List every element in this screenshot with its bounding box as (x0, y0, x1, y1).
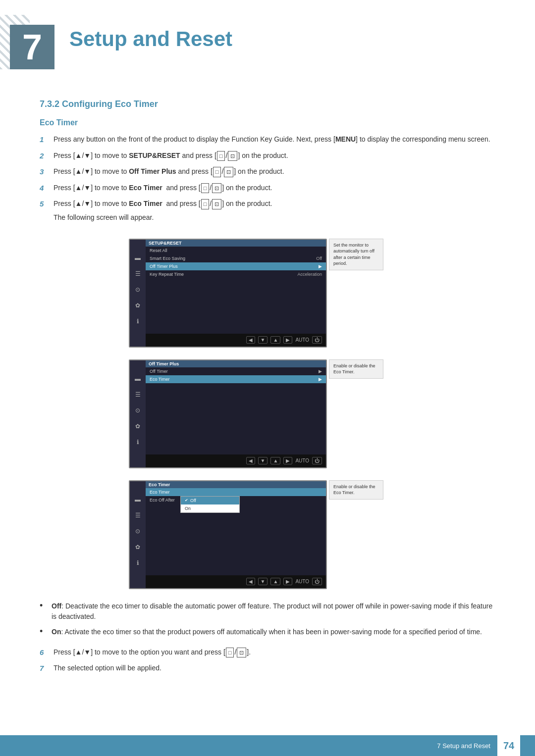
step-4-content: Press [▲/▼] to move to Eco Timer and pre… (54, 183, 495, 194)
btn-left: ◀ (246, 336, 255, 344)
section-heading: 7.3.2 Configuring Eco Timer (40, 99, 495, 109)
bullet-item-on: • On: Activate the eco timer so that the… (40, 627, 495, 637)
step-num-2: 2 (40, 151, 54, 162)
dropdown-item-off: ✔ Off (181, 497, 239, 504)
screen-3-item-1: Eco Timer (146, 488, 326, 496)
sidebar-icon-2-1: ▬ (135, 375, 141, 382)
btn-up: ▲ (270, 336, 280, 344)
s2-btn-power: ⏻ (312, 457, 322, 464)
screen-1-item-2: Smart Eco Saving Off (146, 254, 326, 262)
final-step-num-6: 6 (40, 647, 54, 658)
page-footer: 7 Setup and Reset 74 (0, 735, 535, 756)
key-icon-square-4: □ (201, 183, 210, 194)
s3-btn-auto: AUTO (295, 579, 309, 584)
screen-1-bottom: ◀ ▼ ▲ ▶ AUTO ⏻ (146, 334, 326, 347)
screen-3-tooltip: Enable or disable the Eco Timer. (329, 480, 383, 500)
s2-btn-up: ▲ (270, 457, 280, 464)
bullet-list: • Off: Deactivate the eco timer to disab… (40, 601, 495, 637)
screen-3-content: Eco Timer Eco Timer Eco Off After ✔ Off (146, 481, 326, 575)
step-2-content: Press [▲/▼] to move to SETUP&RESET and p… (54, 151, 495, 161)
step-1-content: Press any button on the front of the pro… (54, 134, 495, 145)
screens-container: ▬ ☰ ⊙ ✿ ℹ SETUP&RESET Reset All Smart Ec… (40, 239, 495, 589)
chapter-number: 7 (10, 25, 54, 69)
sidebar-icon-5: ℹ (137, 318, 139, 325)
step-num-3: 3 (40, 166, 54, 178)
screen-2-item-2: Eco Timer ▶ (146, 375, 326, 383)
step-num-1: 1 (40, 134, 54, 146)
s3-btn-down: ▼ (258, 578, 268, 585)
screen-1-item-4: Key Repeat Time Acceleration (146, 270, 326, 278)
screen-3-bottom: ◀ ▼ ▲ ▶ AUTO ⏻ (146, 575, 326, 588)
screen-3-wrapper: ▬ ☰ ⊙ ✿ ℹ Eco Timer Eco Timer Eco Off Af… (129, 480, 406, 589)
chapter-title: Setup and Reset (69, 15, 232, 51)
screen-2-content: Off Timer Plus Off Timer ▶ Eco Timer ▶ (146, 360, 326, 454)
screen-1: ▬ ☰ ⊙ ✿ ℹ SETUP&RESET Reset All Smart Ec… (129, 239, 327, 348)
screen-2: ▬ ☰ ⊙ ✿ ℹ Off Timer Plus Off Timer ▶ Eco… (129, 359, 327, 468)
steps-list: 1 Press any button on the front of the p… (40, 134, 495, 231)
key-icon-square: □ (217, 151, 225, 161)
final-step-7-content: The selected option will be applied. (54, 663, 495, 673)
s2-btn-down: ▼ (258, 457, 268, 464)
dropdown-item-on: On (181, 504, 239, 512)
sidebar-icon-3-3: ⊙ (135, 528, 140, 535)
btn-auto: AUTO (295, 337, 309, 343)
s3-btn-power: ⏻ (312, 578, 322, 585)
step-2: 2 Press [▲/▼] to move to SETUP&RESET and… (40, 151, 495, 162)
screen-1-sidebar: ▬ ☰ ⊙ ✿ ℹ (130, 240, 146, 347)
chapter-number-box: 7 (0, 15, 54, 69)
s2-btn-auto: AUTO (295, 458, 309, 463)
key-icon-enter: ⊡ (228, 151, 237, 161)
sidebar-icon-3-2: ☰ (135, 512, 141, 519)
step-5: 5 Press [▲/▼] to move to Eco Timer and p… (40, 199, 495, 231)
key-icon-en-6: ⊡ (237, 648, 246, 658)
s3-btn-right: ▶ (283, 578, 292, 585)
s3-btn-up: ▲ (270, 578, 280, 585)
screen-1-title: SETUP&RESET (146, 240, 326, 247)
step-4: 4 Press [▲/▼] to move to Eco Timer and p… (40, 183, 495, 194)
sub-heading: Eco Timer (40, 118, 495, 127)
sidebar-icon-3-4: ✿ (135, 544, 140, 551)
section-title: Configuring Eco Timer (62, 99, 158, 109)
btn-down: ▼ (258, 336, 268, 344)
bullet-item-off: • Off: Deactivate the eco timer to disab… (40, 601, 495, 622)
screen-2-sidebar: ▬ ☰ ⊙ ✿ ℹ (130, 360, 146, 467)
screen-1-item-3: Off Timer Plus ▶ (146, 262, 326, 270)
sidebar-icon-2-5: ℹ (137, 439, 139, 446)
bullet-content-off: Off: Deactivate the eco timer to disable… (52, 601, 495, 622)
sidebar-icon-3: ⊙ (135, 286, 140, 293)
sidebar-icon-1: ▬ (135, 254, 141, 261)
screen-1-content: SETUP&RESET Reset All Smart Eco Saving O… (146, 240, 326, 334)
section-number: 7.3.2 (40, 99, 59, 109)
key-icon-sq-6: □ (226, 648, 234, 658)
key-icon-square-3: □ (213, 167, 221, 177)
key-icon-enter-4: ⊡ (212, 183, 221, 194)
btn-power: ⏻ (312, 336, 322, 344)
bullet-content-on: On: Activate the eco timer so that the p… (52, 627, 495, 637)
key-icon-enter-3: ⊡ (224, 167, 233, 177)
step-num-4: 4 (40, 183, 54, 194)
screen-2-wrapper: ▬ ☰ ⊙ ✿ ℹ Off Timer Plus Off Timer ▶ Eco… (129, 359, 406, 468)
final-step-6: 6 Press [▲/▼] to move to the option you … (40, 647, 495, 658)
screen-3: ▬ ☰ ⊙ ✿ ℹ Eco Timer Eco Timer Eco Off Af… (129, 480, 327, 589)
s2-btn-left: ◀ (246, 457, 255, 464)
btn-right: ▶ (283, 336, 292, 344)
screen-2-tooltip: Enable or disable the Eco Timer. (329, 359, 383, 379)
bullet-dot-on: • (40, 627, 52, 637)
footer-text: 7 Setup and Reset (437, 742, 490, 750)
final-step-6-content: Press [▲/▼] to move to the option you wa… (54, 647, 495, 658)
sidebar-icon-2: ☰ (135, 270, 141, 277)
key-icon-enter-5: ⊡ (212, 199, 221, 209)
bullet-dot-off: • (40, 601, 52, 611)
key-icon-square-5: □ (201, 199, 210, 209)
sidebar-icon-2-4: ✿ (135, 423, 140, 430)
step-1: 1 Press any button on the front of the p… (40, 134, 495, 146)
main-content: 7.3.2 Configuring Eco Timer Eco Timer 1 … (0, 84, 535, 712)
screen-2-bottom: ◀ ▼ ▲ ▶ AUTO ⏻ (146, 454, 326, 467)
sidebar-icon-2-2: ☰ (135, 391, 141, 398)
check-mark: ✔ (185, 498, 188, 503)
final-steps-list: 6 Press [▲/▼] to move to the option you … (40, 647, 495, 674)
dropdown-overlay: ✔ Off On (180, 496, 240, 513)
following-screen-text: The following screen will appear. (54, 212, 495, 223)
screen-1-tooltip: Set the monitor to automatically turn of… (329, 239, 383, 270)
screen-3-title: Eco Timer (146, 481, 326, 488)
